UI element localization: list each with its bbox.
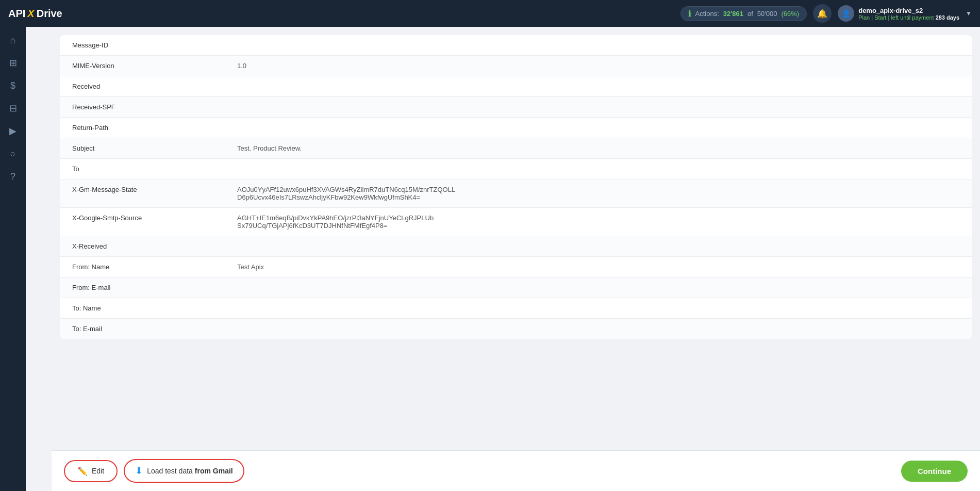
field-value: AOJu0YyAFf12uwx6puHf3XVAGWs4RyZlimR7duTN… (225, 179, 972, 208)
field-value: AGHT+IE1m6eqB/piDvkYkPA9hEO/jzrPl3aNYFjn… (225, 208, 972, 236)
table-row: X-Google-Smtp-Source AGHT+IE1m6eqB/piDvk… (60, 208, 972, 236)
table-row: To (60, 159, 972, 179)
field-label: Message-ID (60, 35, 225, 56)
field-label: Subject (60, 138, 225, 159)
sidebar-item-billing[interactable]: $ (4, 76, 22, 95)
sidebar-item-home[interactable]: ⌂ (4, 31, 22, 50)
actions-separator: of (748, 10, 753, 18)
logo-api-text: API (8, 8, 25, 20)
sidebar: ⌂ ⊞ $ ⊟ ▶ ○ ? (0, 0, 26, 491)
table-row: Received-SPF (60, 97, 972, 118)
field-label: Return-Path (60, 118, 225, 138)
sidebar-item-user[interactable]: ○ (4, 144, 22, 163)
table-row: To: E-mail (60, 319, 972, 339)
actions-count: 32'861 (723, 10, 743, 18)
sidebar-item-connections[interactable]: ⊞ (4, 54, 22, 72)
table-row: Return-Path (60, 118, 972, 138)
field-value (225, 159, 972, 179)
content-area: Message-ID MIME-Version 1.0 Received Rec… (52, 27, 980, 450)
info-icon: ℹ (688, 9, 691, 19)
actions-badge: ℹ Actions: 32'861 of 50'000 (66%) (680, 6, 807, 21)
field-value (225, 236, 972, 257)
pencil-icon: ✏️ (77, 466, 88, 476)
field-label: From: E-mail (60, 277, 225, 298)
table-row: Received (60, 76, 972, 97)
chevron-down-icon[interactable]: ▼ (966, 10, 972, 17)
field-label: X-Received (60, 236, 225, 257)
edit-button[interactable]: ✏️ Edit (64, 460, 118, 482)
field-value (225, 298, 972, 319)
plan-info: Plan | Start | left until payment 283 da… (858, 14, 959, 21)
field-value (225, 277, 972, 298)
avatar: 👤 (838, 5, 854, 22)
field-label: MIME-Version (60, 56, 225, 76)
username: demo_apix-drive_s2 (858, 7, 959, 14)
field-label: To: E-mail (60, 319, 225, 339)
edit-label: Edit (92, 467, 104, 475)
field-label: To (60, 159, 225, 179)
footer-bar: ✏️ Edit ⬇ Load test data from Gmail Cont… (52, 450, 980, 491)
table-row: Subject Test. Product Review. (60, 138, 972, 159)
main-wrapper: Message-ID MIME-Version 1.0 Received Rec… (52, 27, 980, 491)
actions-total: 50'000 (757, 10, 777, 18)
continue-button[interactable]: Continue (901, 461, 968, 482)
field-label: Received-SPF (60, 97, 225, 118)
user-menu[interactable]: 👤 demo_apix-drive_s2 Plan | Start | left… (838, 5, 972, 22)
table-row: From: E-mail (60, 277, 972, 298)
table-row: X-Gm-Message-State AOJu0YyAFf12uwx6puHf3… (60, 179, 972, 208)
field-value (225, 97, 972, 118)
table-row: From: Name Test Apix (60, 257, 972, 277)
download-icon: ⬇ (135, 465, 143, 477)
load-label: Load test data from Gmail (147, 467, 233, 475)
field-label: X-Google-Smtp-Source (60, 208, 225, 236)
field-label: To: Name (60, 298, 225, 319)
notifications-bell[interactable]: 🔔 (813, 4, 832, 23)
logo-drive-text: Drive (37, 8, 62, 20)
field-label: From: Name (60, 257, 225, 277)
field-value (225, 76, 972, 97)
logo-x-text: X (27, 8, 34, 20)
table-row: MIME-Version 1.0 (60, 56, 972, 76)
fields-table: Message-ID MIME-Version 1.0 Received Rec… (60, 35, 972, 339)
table-row: Message-ID (60, 35, 972, 56)
field-value: Test Apix (225, 257, 972, 277)
actions-label: Actions: (695, 10, 719, 18)
sidebar-item-play[interactable]: ▶ (4, 122, 22, 140)
field-value: 1.0 (225, 56, 972, 76)
field-value (225, 35, 972, 56)
table-row: To: Name (60, 298, 972, 319)
sidebar-item-briefcase[interactable]: ⊟ (4, 99, 22, 118)
field-value (225, 118, 972, 138)
field-label: Received (60, 76, 225, 97)
field-value (225, 319, 972, 339)
table-row: X-Received (60, 236, 972, 257)
field-value: Test. Product Review. (225, 138, 972, 159)
data-panel: Message-ID MIME-Version 1.0 Received Rec… (60, 35, 972, 339)
field-label: X-Gm-Message-State (60, 179, 225, 208)
sidebar-item-help[interactable]: ? (4, 167, 22, 186)
actions-percent: (66%) (782, 10, 800, 18)
logo: APIXDrive (8, 8, 62, 20)
top-navigation: APIXDrive ℹ Actions: 32'861 of 50'000 (6… (0, 0, 980, 27)
load-test-data-button[interactable]: ⬇ Load test data from Gmail (124, 459, 244, 483)
